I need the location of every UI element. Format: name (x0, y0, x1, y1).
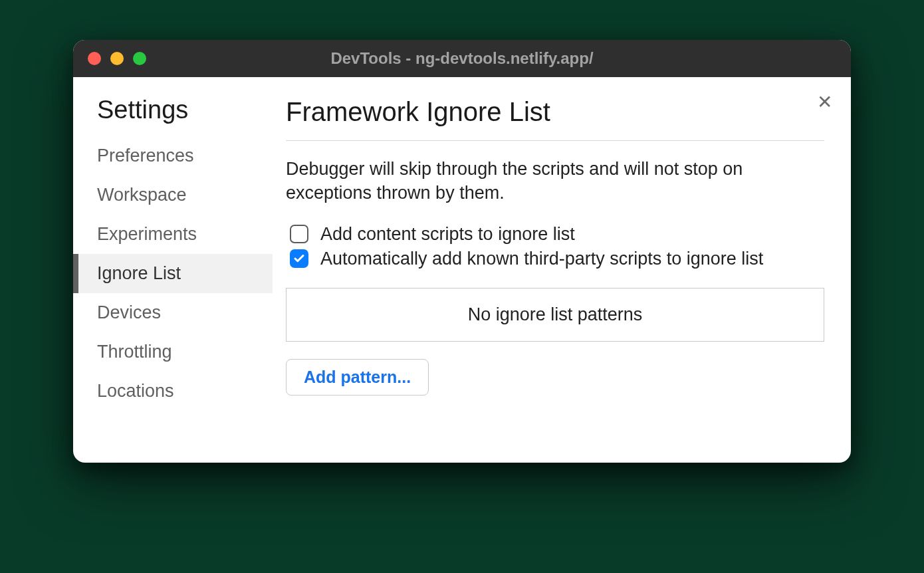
add-pattern-label: Add pattern... (304, 368, 411, 386)
maximize-window-button[interactable] (133, 52, 146, 65)
sidebar-item-experiments[interactable]: Experiments (73, 215, 273, 254)
page-heading: Framework Ignore List (286, 97, 824, 141)
checkbox-auto-add-third-party[interactable] (290, 249, 308, 268)
close-icon[interactable]: ✕ (817, 93, 832, 112)
sidebar-item-locations[interactable]: Locations (73, 372, 273, 411)
settings-main: Framework Ignore List Debugger will skip… (273, 77, 851, 463)
sidebar-item-label: Workspace (97, 185, 187, 205)
sidebar-item-label: Experiments (97, 224, 197, 244)
traffic-lights (88, 52, 146, 65)
checkbox-row-content-scripts: Add content scripts to ignore list (286, 224, 824, 245)
sidebar-item-label: Throttling (97, 342, 172, 362)
check-icon (293, 253, 305, 265)
sidebar-item-devices[interactable]: Devices (73, 293, 273, 332)
minimize-window-button[interactable] (110, 52, 124, 65)
sidebar-item-label: Preferences (97, 146, 194, 166)
sidebar-item-workspace[interactable]: Workspace (73, 175, 273, 215)
settings-body: ✕ Settings Preferences Workspace Experim… (73, 77, 851, 463)
add-pattern-button[interactable]: Add pattern... (286, 359, 429, 396)
sidebar-item-label: Devices (97, 302, 161, 322)
sidebar-title: Settings (73, 96, 273, 136)
checkbox-row-third-party: Automatically add known third-party scri… (286, 249, 824, 269)
settings-sidebar: Settings Preferences Workspace Experimen… (73, 77, 273, 463)
sidebar-item-preferences[interactable]: Preferences (73, 136, 273, 175)
window-title: DevTools - ng-devtools.netlify.app/ (73, 49, 851, 68)
page-description: Debugger will skip through the scripts a… (286, 157, 824, 205)
sidebar-item-label: Locations (97, 381, 174, 401)
sidebar-item-label: Ignore List (97, 263, 181, 283)
checkbox-label: Add content scripts to ignore list (320, 224, 575, 245)
sidebar-item-ignore-list[interactable]: Ignore List (73, 254, 273, 293)
window-titlebar: DevTools - ng-devtools.netlify.app/ (73, 40, 851, 77)
checkbox-label: Automatically add known third-party scri… (320, 249, 763, 269)
checkbox-add-content-scripts[interactable] (290, 225, 308, 243)
close-window-button[interactable] (88, 52, 101, 65)
devtools-settings-window: DevTools - ng-devtools.netlify.app/ ✕ Se… (73, 40, 851, 463)
sidebar-item-throttling[interactable]: Throttling (73, 332, 273, 372)
ignore-list-patterns-box: No ignore list patterns (286, 288, 824, 342)
empty-patterns-text: No ignore list patterns (468, 304, 643, 324)
